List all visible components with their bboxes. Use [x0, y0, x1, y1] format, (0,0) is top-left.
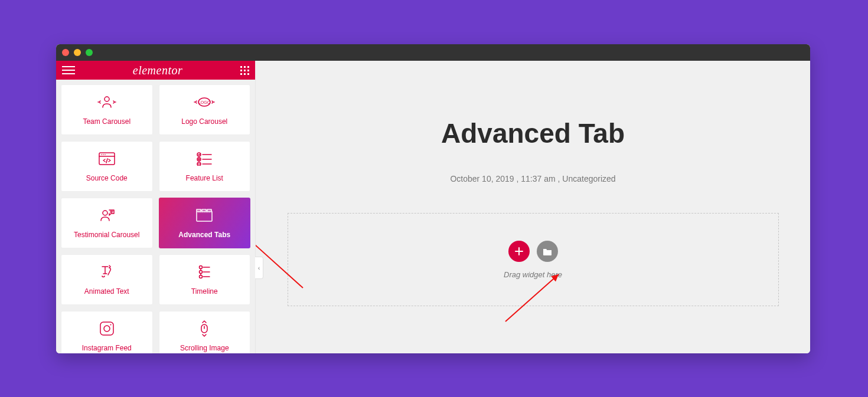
widget-team-carousel[interactable]: Team Carousel — [61, 84, 153, 135]
tabs-icon — [195, 207, 214, 224]
svg-point-15 — [103, 154, 104, 155]
widget-label: Testimonial Carousel — [74, 231, 139, 239]
svg-rect-2 — [247, 66, 249, 68]
minimize-window-button[interactable] — [74, 49, 81, 56]
widget-label: Source Code — [86, 174, 128, 182]
scroll-icon — [198, 320, 211, 337]
svg-rect-6 — [240, 73, 242, 75]
post-date: October 10, 2019 — [450, 174, 514, 183]
widget-animated-text[interactable]: Animated Text — [61, 254, 153, 305]
widget-testimonial-carousel[interactable]: Testimonial Carousel — [61, 198, 153, 248]
post-category: Uncategorized — [558, 174, 616, 183]
svg-point-35 — [206, 212, 207, 212]
widget-label: Scrolling Image — [180, 344, 229, 352]
close-window-button[interactable] — [62, 49, 69, 56]
menu-toggle-button[interactable] — [62, 66, 75, 74]
svg-point-31 — [199, 212, 200, 212]
svg-point-47 — [104, 326, 110, 332]
widget-timeline[interactable]: Timeline — [159, 254, 251, 305]
add-section-button[interactable] — [508, 241, 530, 262]
widget-label: Animated Text — [84, 287, 129, 296]
animtext-icon — [99, 264, 115, 280]
svg-point-14 — [101, 154, 102, 155]
svg-rect-7 — [244, 73, 246, 75]
panel-collapse-button[interactable]: ‹ — [255, 257, 263, 279]
widget-label: Feature List — [186, 174, 223, 182]
svg-rect-8 — [247, 73, 249, 75]
code-icon — [98, 150, 116, 167]
svg-point-33 — [203, 212, 203, 212]
panel-header: elementor — [56, 61, 255, 80]
svg-rect-0 — [240, 66, 242, 68]
widget-label: Logo Carousel — [181, 117, 227, 126]
feature-icon — [196, 150, 213, 167]
widget-logo-carousel[interactable]: LOGOLogo Carousel — [159, 84, 251, 135]
add-template-button[interactable] — [537, 241, 558, 262]
timeline-icon — [197, 264, 212, 280]
svg-rect-1 — [244, 66, 246, 68]
widget-label: Team Carousel — [83, 117, 130, 126]
svg-point-36 — [208, 212, 208, 212]
widget-grid: Team CarouselLOGOLogo CarouselSource Cod… — [56, 80, 255, 353]
widgets-grid-button[interactable] — [240, 66, 249, 75]
post-meta: October 10, 2019 11:37 am Uncategorized — [256, 174, 810, 183]
post-time: 11:37 am — [516, 174, 555, 183]
maximize-window-button[interactable] — [86, 49, 93, 56]
widget-feature-list[interactable]: Feature List — [159, 141, 251, 192]
widget-label: Advanced Tabs — [178, 231, 230, 239]
svg-rect-3 — [240, 70, 242, 71]
svg-rect-4 — [244, 70, 246, 71]
widget-advanced-tabs[interactable]: Advanced Tabs — [159, 198, 251, 248]
editor-canvas: Advanced Tab October 10, 2019 11:37 am U… — [256, 61, 810, 353]
svg-point-32 — [201, 212, 201, 212]
window-titlebar — [56, 44, 810, 61]
dropzone-hint: Drag widget here — [504, 270, 562, 279]
svg-text:LOGO: LOGO — [198, 100, 211, 104]
svg-point-34 — [204, 212, 205, 212]
widget-instagram-feed[interactable]: Instagram Feed — [61, 311, 153, 353]
app-window: elementor Team CarouselLOGOLogo Carousel… — [56, 44, 810, 353]
dropzone-actions — [508, 241, 558, 262]
svg-point-26 — [103, 211, 107, 215]
page-title: Advanced Tab — [256, 117, 810, 149]
widget-label: Timeline — [191, 287, 218, 296]
svg-point-37 — [210, 212, 210, 212]
widget-dropzone[interactable]: Drag widget here — [288, 213, 779, 306]
team-icon — [97, 94, 117, 110]
svg-point-48 — [110, 324, 111, 326]
svg-point-9 — [105, 97, 109, 101]
brand-label: elementor — [133, 64, 182, 77]
svg-rect-46 — [100, 322, 113, 335]
svg-point-16 — [105, 154, 106, 155]
widget-label: Instagram Feed — [82, 344, 132, 352]
elementor-panel: elementor Team CarouselLOGOLogo Carousel… — [56, 61, 256, 353]
content-row: elementor Team CarouselLOGOLogo Carousel… — [56, 61, 810, 353]
instagram-icon — [99, 320, 115, 337]
svg-rect-5 — [247, 70, 249, 71]
widget-source-code[interactable]: Source Code — [61, 141, 153, 192]
widget-scrolling-image[interactable]: Scrolling Image — [159, 311, 251, 353]
logo-icon: LOGO — [193, 94, 216, 110]
testimonial-icon — [97, 207, 116, 224]
